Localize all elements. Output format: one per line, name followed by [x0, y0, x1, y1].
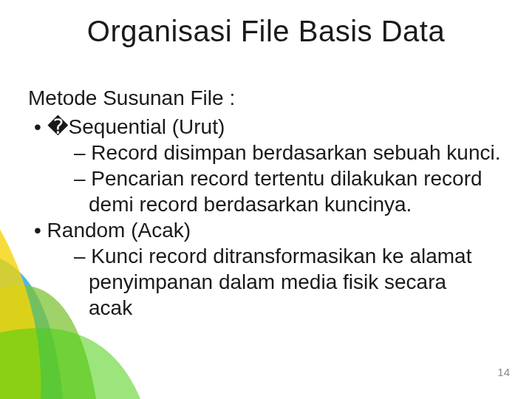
bullet-random: Random (Acak) [28, 217, 510, 243]
intro-line: Metode Susunan File : [28, 85, 510, 111]
slide-body: Metode Susunan File : �Sequential (Urut)… [28, 85, 510, 321]
sub-bullet: Kunci record ditransformasikan ke alamat… [28, 243, 510, 295]
cutoff-text: acak [28, 295, 510, 321]
sub-bullet: Pencarian record tertentu dilakukan reco… [28, 166, 510, 217]
bullet-label: Random (Acak) [47, 219, 191, 242]
slide-title: Organisasi File Basis Data [0, 15, 532, 48]
sub-bullet: Record disimpan berdasarkan sebuah kunci… [28, 140, 510, 166]
page-number: 14 [497, 366, 510, 378]
bullet-label: Sequential (Urut) [69, 115, 225, 138]
bullet-sequential: �Sequential (Urut) [28, 114, 510, 140]
placeholder-glyph: � [47, 115, 69, 138]
slide: Organisasi File Basis Data Metode Susuna… [0, 0, 532, 399]
